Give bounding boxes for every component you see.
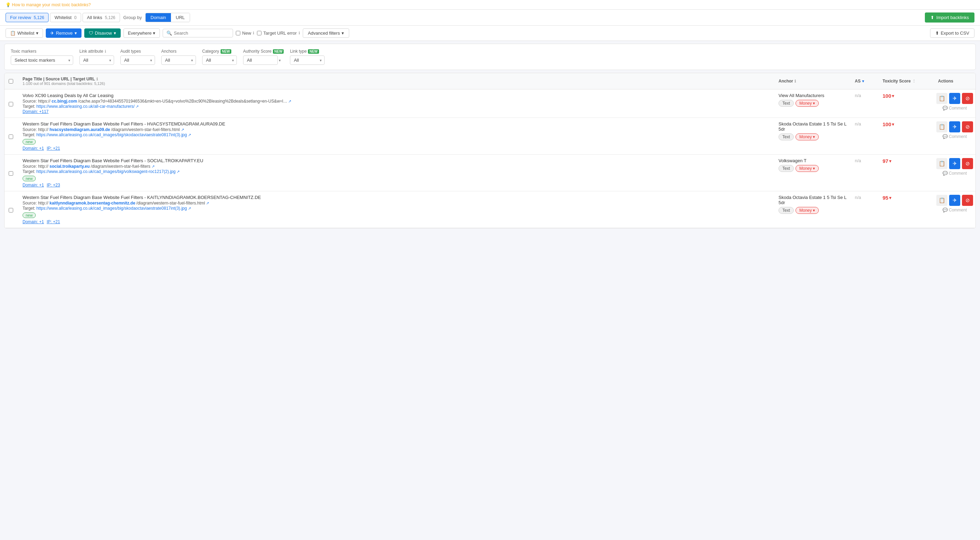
- row1-whitelist-button[interactable]: ✈: [949, 93, 960, 104]
- location-button[interactable]: Everywhere ▾: [124, 29, 160, 38]
- authority-score-new-badge: NEW: [273, 49, 284, 54]
- toolbar: 📋 Whitelist ▾ ✈ Remove ▾ 🛡 Disavow ▾ Eve…: [0, 25, 980, 41]
- link-attribute-info-icon: ℹ: [105, 49, 106, 54]
- row3-disavow-button[interactable]: ⊘: [962, 158, 973, 169]
- tab-all-links-label: All links: [87, 15, 102, 20]
- audit-types-select[interactable]: All: [120, 56, 155, 65]
- row2-target-external-icon[interactable]: ↗: [188, 133, 191, 137]
- toxic-markers-select-wrap: Select toxic markers: [11, 56, 73, 65]
- row4-checkbox[interactable]: [9, 208, 13, 213]
- row3-target-external-icon[interactable]: ↗: [177, 170, 180, 174]
- import-btn-label: Import backlinks: [936, 15, 969, 20]
- target-url-error-checkbox[interactable]: [257, 31, 261, 35]
- advanced-filters-button[interactable]: Advanced filters ▾: [303, 29, 350, 38]
- table-row: Volvo XC90 Leasing Deals by All Car Leas…: [5, 89, 975, 118]
- row1-checkbox[interactable]: [9, 102, 13, 106]
- row4-badge-money[interactable]: Money ▾: [795, 207, 819, 214]
- new-checkbox[interactable]: [236, 31, 240, 35]
- row3-checkbox[interactable]: [9, 171, 13, 176]
- row3-domain-count[interactable]: Domain: +1: [22, 183, 44, 187]
- th-as[interactable]: AS ▾: [851, 73, 878, 89]
- col-actions-text: Actions: [938, 79, 953, 84]
- tip-text: How to manage your most toxic backlinks?: [12, 2, 91, 7]
- tab-whitelist[interactable]: Whitelist 0: [50, 13, 81, 22]
- row2-checkbox[interactable]: [9, 135, 13, 139]
- row2-source-external-icon[interactable]: ↗: [181, 127, 184, 132]
- domain-btn[interactable]: Domain: [146, 13, 171, 22]
- row2-badges: Text Money ▾: [778, 133, 846, 140]
- row2-domain-count[interactable]: Domain: +1: [22, 146, 44, 151]
- remove-button[interactable]: ✈ Remove ▾: [46, 29, 81, 38]
- target-url-error-label[interactable]: Target URL error ℹ: [257, 30, 300, 36]
- link-attribute-select[interactable]: All: [80, 56, 114, 65]
- row1-badge-money[interactable]: Money ▾: [795, 100, 819, 107]
- url-btn[interactable]: URL: [171, 13, 190, 22]
- tab-all-links[interactable]: All links 5,126: [83, 13, 120, 22]
- row4-score-chevron-icon: ▾: [889, 195, 891, 200]
- link-type-select[interactable]: All: [290, 56, 325, 65]
- row4-whitelist-button[interactable]: ✈: [949, 195, 960, 206]
- disavow-button[interactable]: 🛡 Disavow ▾: [84, 29, 121, 38]
- row1-copy-button[interactable]: 📋: [936, 93, 947, 104]
- row2-copy-button[interactable]: 📋: [936, 121, 947, 132]
- import-backlinks-button[interactable]: ⬆ Import backlinks: [925, 13, 974, 22]
- row4-comment[interactable]: 💬 Comment: [943, 208, 967, 213]
- row3-comment[interactable]: 💬 Comment: [943, 171, 967, 176]
- row3-ip-count[interactable]: IP: +23: [47, 183, 60, 187]
- th-checkbox: [5, 73, 18, 89]
- row1-domain-count[interactable]: Domain: +117: [22, 109, 770, 114]
- row2-badge-money[interactable]: Money ▾: [795, 133, 819, 140]
- export-csv-button[interactable]: ⬆ Export to CSV: [930, 29, 974, 38]
- row3-badge-money[interactable]: Money ▾: [795, 165, 819, 172]
- row3-source-external-icon[interactable]: ↗: [151, 164, 155, 169]
- tip-link[interactable]: 💡 How to manage your most toxic backlink…: [6, 2, 91, 7]
- table-row: Western Star Fuel Filters Diagram Base W…: [5, 154, 975, 191]
- row1-target-link[interactable]: https://www.allcarleasing.co.uk/all-car-…: [37, 104, 135, 109]
- col-anchor-info-icon: ℹ: [794, 79, 796, 84]
- row4-copy-button[interactable]: 📋: [936, 195, 947, 206]
- row3-copy-button[interactable]: 📋: [936, 158, 947, 169]
- row3-score: 97 ▾: [883, 158, 930, 164]
- row1-score-chevron-icon: ▾: [892, 94, 894, 98]
- row4-anchor-text: Skoda Octavia Estate 1 5 Tsi Se L 5dr: [778, 195, 846, 205]
- tab-whitelist-count: 0: [74, 15, 76, 20]
- row3-whitelist-button[interactable]: ✈: [949, 158, 960, 169]
- row2-disavow-button[interactable]: ⊘: [962, 121, 973, 132]
- search-input[interactable]: [174, 30, 229, 36]
- row1-comment[interactable]: 💬 Comment: [943, 106, 967, 111]
- row1-source-link[interactable]: cc.bingj.com: [52, 99, 77, 104]
- authority-score-select[interactable]: All: [243, 56, 278, 65]
- row1-target-external-icon[interactable]: ↗: [135, 104, 139, 109]
- row4-source-external-icon[interactable]: ↗: [206, 201, 209, 205]
- category-select[interactable]: All: [202, 56, 237, 65]
- row1-as-cell: n/a: [851, 89, 878, 118]
- row2-source-link[interactable]: hvacsystemdiagram.aura09.de: [49, 127, 110, 132]
- remove-label: Remove: [56, 30, 73, 36]
- row3-target-link[interactable]: https://www.allcarleasing.co.uk/cad_imag…: [37, 169, 176, 174]
- row2-comment[interactable]: 💬 Comment: [943, 134, 967, 139]
- tab-whitelist-label: Whitelist: [54, 15, 72, 20]
- row4-target-external-icon[interactable]: ↗: [188, 206, 191, 211]
- row3-counts: Domain: +1 IP: +23: [22, 183, 770, 187]
- row2-ip-count[interactable]: IP: +21: [47, 146, 60, 151]
- tab-for-review[interactable]: For review 5,126: [6, 13, 49, 22]
- row4-source-link[interactable]: kaitlynndiagramok.boersentag-chemnitz.de: [49, 201, 135, 205]
- row4-disavow-button[interactable]: ⊘: [962, 195, 973, 206]
- row2-target-link[interactable]: https://www.allcarleasing.co.uk/cad_imag…: [37, 132, 187, 137]
- whitelist-button[interactable]: 📋 Whitelist ▾: [6, 29, 43, 38]
- new-checkbox-label[interactable]: New ℹ: [236, 30, 254, 36]
- toxic-markers-label: Toxic markers: [11, 49, 73, 54]
- select-all-checkbox[interactable]: [9, 79, 13, 84]
- row1-disavow-button[interactable]: ⊘: [962, 93, 973, 104]
- row4-domain-count[interactable]: Domain: +1: [22, 219, 44, 224]
- toxic-markers-select[interactable]: Select toxic markers: [11, 56, 73, 65]
- domain-url-group: Domain URL: [145, 13, 190, 22]
- row1-source-external-icon[interactable]: ↗: [288, 99, 291, 104]
- anchors-select[interactable]: All: [161, 56, 196, 65]
- row4-target-link[interactable]: https://www.allcarleasing.co.uk/cad_imag…: [37, 206, 187, 211]
- whitelist-label: Whitelist: [18, 30, 34, 36]
- row4-ip-count[interactable]: IP: +21: [47, 219, 60, 224]
- row3-source-link[interactable]: social.troikaparty.eu: [49, 164, 90, 169]
- col-as-text: AS: [855, 79, 861, 84]
- row2-whitelist-button[interactable]: ✈: [949, 121, 960, 132]
